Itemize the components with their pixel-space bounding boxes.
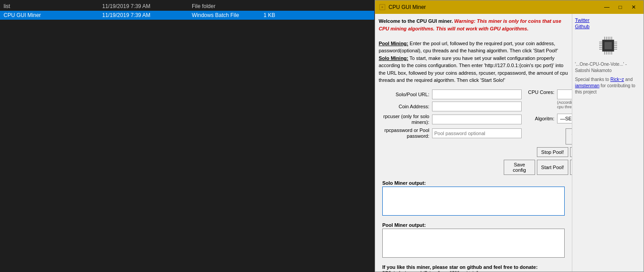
rpcuser-row: rpcuser (only for solo miners):: [382, 114, 522, 125]
welcome-box: Welcome to the CPU GUI miner. Warning: T…: [379, 17, 568, 84]
welcome-prefix: Welcome to the CPU GUI miner.: [379, 18, 453, 24]
form-section: Solo/Pool URL: Coin Address: rpcuser (on…: [379, 88, 568, 177]
solo-output-section: Solo Miner output:: [382, 180, 565, 217]
svg-rect-4: [605, 42, 612, 49]
chip-icon-wrapper: [597, 34, 619, 57]
solo-output-label: Solo Miner output:: [382, 180, 565, 186]
quote-text: '...One-CPU-One-Vote...' - Satoshi Nakam…: [575, 61, 641, 74]
file-row-cpu-gui-miner[interactable]: CPU GUI Miner 11/19/2019 7:39 AM Windows…: [0, 11, 374, 20]
url-row: Solo/Pool URL:: [382, 89, 522, 99]
restore-button[interactable]: □: [614, 2, 627, 12]
algorithm-select[interactable]: —SELECT— sha256d scrypt x11 x13 x15 nist…: [557, 114, 572, 123]
coin-address-label: Coin Address:: [382, 104, 429, 109]
url-label: Solo/Pool URL:: [382, 92, 429, 97]
rpcpassword-row: rpcpassword or Pool password:: [382, 128, 522, 139]
stop-pool-solo-row: Stop Pool! Stop Solo!: [525, 147, 572, 157]
stop-row: Stop Miners and Exit: [525, 128, 572, 144]
file-row-list[interactable]: list 11/19/2019 7:39 AM File folder: [0, 2, 374, 11]
pool-output-label: Pool Miner output:: [382, 222, 565, 228]
start-pool-button[interactable]: Start Pool!: [537, 160, 568, 175]
iamstenman-link[interactable]: iamstenman: [575, 83, 599, 88]
cpu-cores-row: CPU Cores: (According to actual cpu thre…: [525, 89, 572, 110]
cpu-input-wrapper: (According to actual cpu thread count): [557, 89, 572, 110]
algorithm-label: Algoritm:: [525, 116, 554, 121]
form-right: CPU Cores: (According to actual cpu thre…: [525, 89, 572, 175]
stop-pool-button[interactable]: Stop Pool!: [537, 147, 568, 157]
cpu-algo-area: CPU Cores: (According to actual cpu thre…: [525, 89, 572, 126]
rick-link[interactable]: Rick~z: [610, 77, 624, 82]
solo-mining-label: Solo Mining:: [379, 55, 408, 61]
file-list: list 11/19/2019 7:39 AM File folder CPU …: [0, 0, 374, 21]
rpcpassword-input[interactable]: [432, 128, 522, 138]
rpcpassword-label: rpcpassword or Pool password:: [382, 128, 429, 139]
cpu-cores-note: (According to actual cpu thread count): [557, 100, 572, 110]
social-links: Twitter Github: [575, 17, 641, 30]
thanks-text: Special thanks to Rick~z and iamstenman …: [575, 76, 641, 95]
save-config-button[interactable]: Save config: [504, 160, 535, 175]
right-panel: Twitter Github: [572, 14, 644, 272]
coin-address-row: Coin Address:: [382, 102, 522, 111]
coin-address-input[interactable]: [432, 102, 522, 111]
url-input[interactable]: [432, 89, 522, 99]
cpu-chip-icon: [597, 34, 619, 57]
solo-output-textarea[interactable]: [382, 187, 565, 216]
pool-output-textarea[interactable]: [382, 229, 565, 258]
twitter-link[interactable]: Twitter: [575, 17, 589, 23]
save-start-row: Save config Start Pool! Start Solo!: [525, 160, 572, 175]
algorithm-row: Algoritm: —SELECT— sha256d scrypt x11 x1…: [525, 114, 572, 123]
svg-point-2: [381, 6, 383, 8]
window-controls: — □ ✕: [601, 2, 640, 12]
pool-mining-label: Pool Mining:: [379, 41, 408, 46]
close-button[interactable]: ✕: [627, 2, 640, 12]
window-title: CPU GUI Miner: [389, 4, 598, 10]
rpcuser-label: rpcuser (only for solo miners):: [382, 114, 429, 125]
app-window: CPU GUI Miner — □ ✕ Welcome to the CPU G…: [375, 0, 644, 272]
title-bar: CPU GUI Miner — □ ✕: [375, 0, 644, 14]
donate-btc: BTC: bc1qdyxqyunfyj7ejrvw8zsun8582vazkte…: [382, 271, 565, 272]
app-icon: [379, 4, 386, 11]
donate-title: If you like this miner, please star on g…: [382, 264, 565, 270]
file-explorer: list 11/19/2019 7:39 AM File folder CPU …: [0, 0, 374, 272]
stop-miners-exit-button[interactable]: Stop Miners and Exit: [566, 128, 572, 144]
cpu-cores-label: CPU Cores:: [525, 89, 554, 95]
form-fields: Solo/Pool URL: Coin Address: rpcuser (on…: [382, 89, 522, 175]
pool-output-section: Pool Miner output:: [382, 222, 565, 259]
minimize-button[interactable]: —: [601, 2, 613, 12]
left-panel: Welcome to the CPU GUI miner. Warning: T…: [375, 14, 572, 272]
cpu-cores-input[interactable]: [557, 89, 572, 99]
donate-section: If you like this miner, please star on g…: [379, 263, 568, 272]
github-link[interactable]: Github: [575, 24, 589, 29]
main-content: Welcome to the CPU GUI miner. Warning: T…: [375, 14, 644, 272]
rpcuser-input[interactable]: [432, 115, 522, 124]
